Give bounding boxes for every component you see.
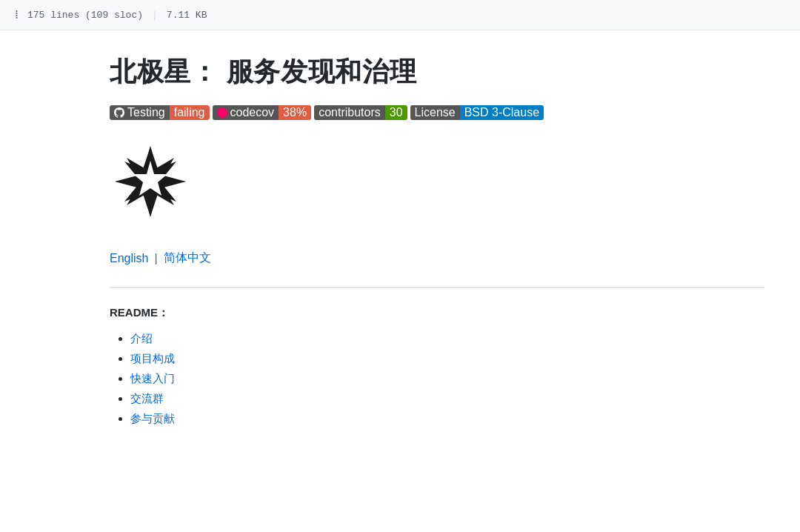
separator (110, 287, 764, 288)
contributors-label: contributors (314, 105, 385, 120)
logo-container (110, 141, 764, 233)
file-size: 7.11 KB (167, 10, 207, 21)
contributors-badge[interactable]: contributors 30 (314, 105, 407, 120)
codecov-badge[interactable]: codecov 38% (213, 105, 312, 120)
license-label: License (410, 105, 460, 120)
language-separator: | (154, 252, 157, 265)
readme-link[interactable]: 快速入门 (130, 372, 175, 385)
page-title: 北极星： 服务发现和治理 (110, 54, 764, 90)
codecov-icon (217, 107, 227, 118)
license-value: BSD 3-Clause (460, 105, 544, 120)
list-item: 快速入门 (130, 372, 764, 386)
badges-container: Testing failing codecov 38% contributors… (110, 105, 764, 120)
list-item: 介绍 (130, 332, 764, 346)
readme-link[interactable]: 参与贡献 (130, 412, 175, 425)
list-item: 项目构成 (130, 352, 764, 366)
lines-icon: ⁞ (15, 7, 19, 22)
readme-label: README： (110, 306, 764, 320)
main-content: 北极星： 服务发现和治理 Testing failing codecov 38%… (0, 30, 800, 456)
license-badge[interactable]: License BSD 3-Clause (410, 105, 544, 120)
testing-label: Testing (110, 105, 170, 120)
contributors-value: 30 (385, 105, 407, 120)
polaris-logo (110, 141, 191, 230)
failing-status: failing (170, 105, 210, 120)
readme-list: 介绍项目构成快速入门交流群参与贡献 (110, 332, 764, 426)
readme-link[interactable]: 项目构成 (130, 352, 175, 365)
testing-badge[interactable]: Testing failing (110, 105, 210, 120)
lines-count: 175 lines (109 sloc) (27, 10, 143, 21)
readme-link[interactable]: 交流群 (130, 392, 164, 405)
lines-info: 175 lines (109 sloc) | 7.11 KB (27, 10, 207, 21)
list-item: 参与贡献 (130, 412, 764, 426)
list-item: 交流群 (130, 392, 764, 406)
chinese-link[interactable]: 简体中文 (164, 250, 211, 266)
top-bar: ⁞ 175 lines (109 sloc) | 7.11 KB (0, 0, 800, 30)
language-links: English | 简体中文 (110, 250, 764, 266)
divider: | (152, 10, 158, 21)
codecov-label: codecov (213, 105, 279, 120)
codecov-value: 38% (279, 105, 311, 120)
readme-link[interactable]: 介绍 (130, 332, 153, 345)
english-link[interactable]: English (110, 252, 148, 265)
testing-label-text: Testing (127, 106, 165, 119)
